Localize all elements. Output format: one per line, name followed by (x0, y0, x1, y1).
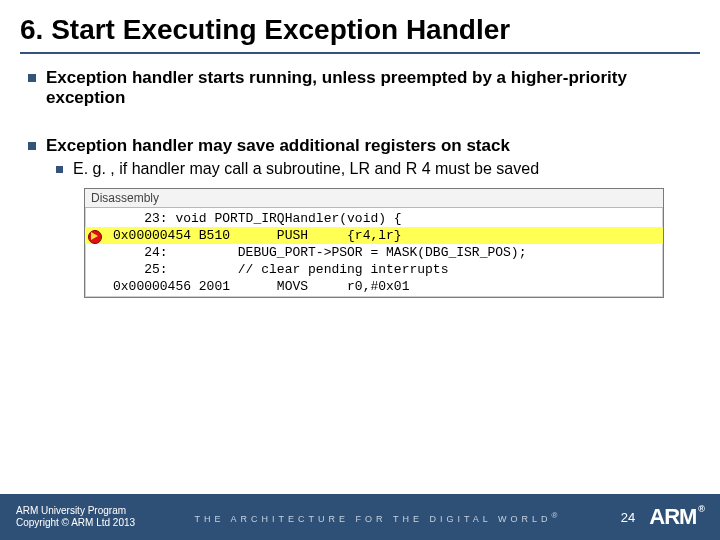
footer-bar: ARM University Program Copyright © ARM L… (0, 494, 720, 540)
disasm-row-current: 0x00000454 B510 PUSH {r4,lr} (85, 227, 663, 244)
disasm-text: 23: void PORTD_IRQHandler(void) { (107, 210, 663, 227)
bullet-level1: Exception handler may save additional re… (28, 136, 692, 156)
bullet-square-icon (56, 166, 63, 173)
gutter (85, 229, 107, 243)
bullet-text: E. g. , if handler may call a subroutine… (73, 160, 539, 178)
disasm-text: 0x00000454 B510 PUSH {r4,lr} (107, 227, 663, 244)
bullet-level1: Exception handler starts running, unless… (28, 68, 692, 108)
page-title: 6. Start Executing Exception Handler (0, 0, 720, 52)
disassembly-body: 23: void PORTD_IRQHandler(void) { 0x0000… (85, 208, 663, 297)
disassembly-window: Disassembly 23: void PORTD_IRQHandler(vo… (84, 188, 664, 298)
breakpoint-arrow-icon (88, 229, 104, 243)
arm-logo: ARM® (649, 504, 704, 530)
footer-copyright: ARM University Program Copyright © ARM L… (16, 505, 135, 529)
content-area: Exception handler starts running, unless… (0, 68, 720, 298)
bullet-text: Exception handler may save additional re… (46, 136, 510, 156)
bullet-square-icon (28, 74, 36, 82)
bullet-level2: E. g. , if handler may call a subroutine… (56, 160, 692, 178)
bullet-square-icon (28, 142, 36, 150)
footer-line1: ARM University Program (16, 505, 135, 517)
disassembly-title: Disassembly (85, 189, 663, 208)
title-divider (20, 52, 700, 54)
footer-line2: Copyright © ARM Ltd 2013 (16, 517, 135, 529)
footer-tagline: THE ARCHITECTURE FOR THE DIGITAL WORLD® (135, 511, 621, 524)
bullet-text: Exception handler starts running, unless… (46, 68, 692, 108)
disasm-row: 23: void PORTD_IRQHandler(void) { (85, 210, 663, 227)
page-number: 24 (621, 510, 635, 525)
disasm-text: 0x00000456 2001 MOVS r0,#0x01 (107, 278, 663, 295)
